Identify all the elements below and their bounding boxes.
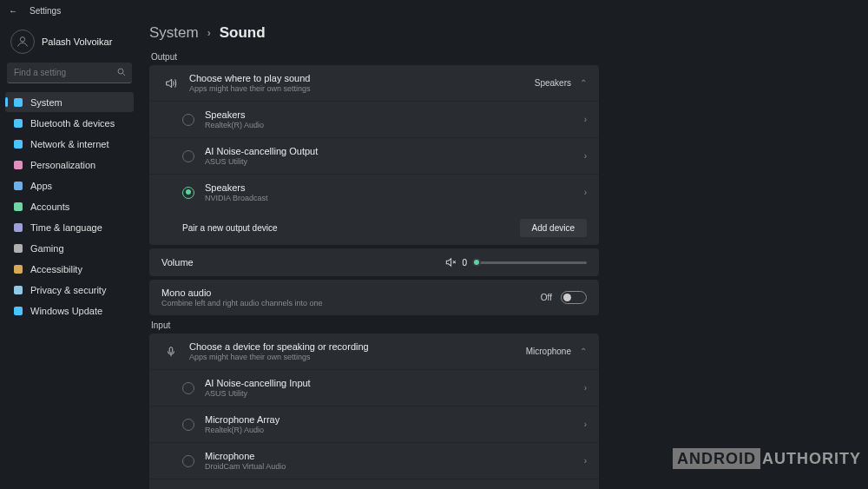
input-device-row[interactable]: MicrophoneNVIDIA Broadcast› [149, 479, 599, 489]
access-icon [12, 263, 23, 274]
svg-rect-2 [169, 347, 173, 352]
chevron-right-icon: › [584, 420, 587, 429]
chevron-right-icon: › [584, 383, 587, 393]
sidebar-item-bluetooth-devices[interactable]: Bluetooth & devices [5, 113, 134, 133]
sidebar-item-label: Bluetooth & devices [30, 118, 115, 129]
sidebar-item-privacy-security[interactable]: Privacy & security [5, 280, 134, 300]
person-icon [12, 201, 23, 212]
wifi-icon [12, 138, 23, 149]
input-device-row[interactable]: Microphone ArrayRealtek(R) Audio› [149, 406, 599, 443]
sidebar-item-network-internet[interactable]: Network & internet [5, 134, 134, 154]
chevron-up-icon: ⌃ [580, 78, 587, 88]
chevron-right-icon: › [584, 115, 587, 124]
sidebar-item-windows-update[interactable]: Windows Update [5, 301, 134, 320]
svg-point-1 [118, 69, 123, 74]
breadcrumb: System › Sound [149, 24, 599, 42]
input-device-row[interactable]: AI Noise-cancelling InputASUS Utility› [149, 370, 599, 406]
sidebar-item-label: Accounts [30, 202, 69, 212]
chevron-up-icon: ⌃ [580, 347, 587, 356]
search-icon [116, 67, 127, 77]
page-title: Sound [220, 24, 266, 42]
chevron-right-icon: › [207, 27, 211, 39]
sidebar-item-label: Time & language [30, 222, 102, 233]
output-device-row[interactable]: AI Noise-cancelling OutputASUS Utility› [149, 138, 599, 175]
sidebar-item-label: Apps [30, 181, 52, 191]
chevron-right-icon: › [584, 151, 587, 161]
mono-audio-toggle[interactable] [561, 291, 587, 304]
brush-icon [12, 159, 23, 170]
chevron-right-icon: › [584, 188, 587, 197]
sidebar-item-label: Network & internet [30, 139, 108, 149]
sidebar-item-label: Accessibility [30, 264, 82, 274]
sidebar: Palash Volvoikar SystemBluetooth & devic… [0, 21, 139, 489]
input-section-title: Input [151, 320, 599, 330]
svg-point-0 [20, 37, 24, 42]
radio-button[interactable] [182, 419, 194, 431]
apps-icon [12, 180, 23, 191]
breadcrumb-parent[interactable]: System [149, 24, 199, 42]
profile[interactable]: Palash Volvoikar [5, 26, 134, 63]
search-input[interactable] [7, 63, 132, 83]
pair-output-row: Pair a new output device Add device [149, 210, 599, 245]
volume-mute-icon[interactable] [444, 256, 457, 268]
output-volume-row: Volume 0 [149, 248, 599, 276]
radio-button[interactable] [182, 114, 194, 126]
sidebar-item-system[interactable]: System [5, 92, 134, 112]
choose-input-row[interactable]: Choose a device for speaking or recordin… [149, 334, 599, 370]
choose-output-row[interactable]: Choose where to play sound Apps might ha… [149, 65, 599, 102]
game-icon [12, 242, 23, 254]
sidebar-item-time-language[interactable]: Time & language [5, 217, 134, 237]
speaker-icon [161, 76, 181, 90]
sidebar-item-personalization[interactable]: Personalization [5, 155, 134, 175]
radio-button[interactable] [182, 187, 194, 199]
radio-button[interactable] [182, 150, 194, 162]
radio-button[interactable] [182, 455, 194, 467]
output-device-row[interactable]: SpeakersRealtek(R) Audio› [149, 102, 599, 138]
sidebar-item-label: System [30, 97, 62, 108]
output-card: Choose where to play sound Apps might ha… [149, 65, 599, 245]
output-volume-slider[interactable] [474, 261, 587, 264]
sidebar-item-gaming[interactable]: Gaming [5, 238, 134, 258]
sidebar-item-label: Gaming [30, 243, 64, 254]
main-content: System › Sound Output Choose where to pl… [139, 21, 868, 489]
radio-button[interactable] [182, 382, 194, 394]
chevron-right-icon: › [584, 456, 587, 466]
nav-list: SystemBluetooth & devicesNetwork & inter… [5, 92, 134, 321]
sidebar-item-label: Personalization [30, 160, 95, 170]
display-icon [12, 96, 23, 108]
output-device-row[interactable]: SpeakersNVIDIA Broadcast› [149, 175, 599, 210]
output-volume-card: Volume 0 [149, 248, 599, 276]
sidebar-item-accounts[interactable]: Accounts [5, 196, 134, 216]
profile-name: Palash Volvoikar [42, 36, 112, 47]
back-button[interactable]: ← [9, 6, 17, 16]
watermark: ANDROIDAUTHORITY [673, 450, 861, 468]
search-box[interactable] [7, 63, 132, 83]
output-section-title: Output [151, 52, 599, 62]
window-title: Settings [30, 6, 61, 16]
add-output-device-button[interactable]: Add device [520, 219, 587, 237]
bt-icon [12, 117, 23, 129]
shield-icon [12, 284, 23, 295]
sidebar-item-apps[interactable]: Apps [5, 175, 134, 195]
input-device-row[interactable]: MicrophoneDroidCam Virtual Audio› [149, 443, 599, 479]
update-icon [12, 305, 23, 316]
sidebar-item-label: Windows Update [30, 306, 102, 316]
mono-audio-card[interactable]: Mono audio Combine left and right audio … [149, 280, 599, 315]
sidebar-item-accessibility[interactable]: Accessibility [5, 259, 134, 279]
microphone-icon [161, 346, 181, 358]
clock-icon [12, 221, 23, 233]
avatar-icon [10, 30, 35, 54]
input-card: Choose a device for speaking or recordin… [149, 334, 599, 489]
sidebar-item-label: Privacy & security [30, 285, 106, 295]
